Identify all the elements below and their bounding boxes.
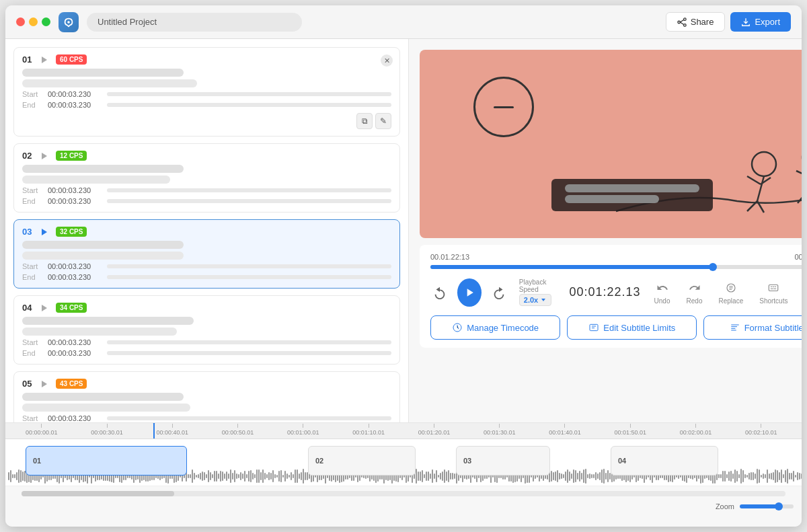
waveform-bar: [254, 474, 256, 479]
project-title-input[interactable]: [87, 13, 302, 32]
text-lines-02: [22, 165, 391, 184]
waveform-bar: [188, 474, 189, 478]
waveform-bar: [555, 471, 556, 481]
waveform-bar: [599, 472, 601, 480]
cps-badge-05: 43 CPS: [56, 379, 87, 389]
waveform-bar: [228, 473, 229, 480]
track-segment-03[interactable]: 03: [456, 446, 550, 476]
waveform-bar: [16, 472, 17, 480]
waveform-bar: [10, 470, 11, 482]
subtitle-item-04[interactable]: 04 34 CPS Start 00:00:03.230 End 00:00:0…: [13, 295, 400, 365]
cps-badge-01: 60 CPS: [56, 54, 87, 65]
sub-play-04[interactable]: [40, 303, 49, 313]
waveform-bar: [724, 471, 726, 482]
waveform-bar: [252, 473, 254, 480]
ruler-mark-8: 00:01:40.01: [549, 424, 581, 436]
sub-num-05: 05: [22, 379, 36, 389]
svg-rect-26: [769, 285, 779, 291]
export-button[interactable]: Export: [730, 12, 791, 32]
undo-tool[interactable]: Undo: [649, 277, 676, 307]
waveform-bar: [589, 473, 590, 479]
svg-point-3: [678, 21, 681, 24]
progress-bar[interactable]: [430, 265, 802, 269]
waveform-bar: [220, 471, 221, 482]
close-item-01[interactable]: ✕: [381, 54, 393, 67]
zoom-control: Zoom: [5, 501, 802, 512]
sub-play-03[interactable]: [40, 227, 49, 237]
time-display: 00.01.22:13 00.01.22:13: [430, 253, 802, 261]
track-segment-04[interactable]: 04: [611, 446, 718, 476]
close-button[interactable]: [16, 17, 25, 26]
sub-action-edit-01[interactable]: ✎: [375, 113, 391, 129]
waveform-bar: [262, 469, 264, 482]
waveform-bar: [587, 474, 588, 478]
waveform-bar: [569, 471, 570, 481]
playhead-triangle: [150, 423, 158, 424]
waveform-bar: [430, 473, 431, 479]
waveform-bar: [212, 474, 213, 478]
play-button[interactable]: [457, 278, 482, 307]
progress-thumb[interactable]: [709, 263, 717, 271]
waveform-bar: [603, 469, 605, 484]
svg-marker-8: [42, 229, 47, 235]
shortcuts-tool[interactable]: Shortcuts: [754, 277, 793, 307]
seg-label-02: 02: [315, 457, 323, 465]
format-subtitles-button[interactable]: Format Subtitles: [703, 315, 802, 340]
waveform-bar: [581, 473, 582, 480]
subtitle-overlay: [551, 179, 713, 211]
subtitle-item-01[interactable]: 01 60 CPS ✕ Start 00:00:03.230 End 00:00…: [13, 47, 400, 137]
waveform-bar: [605, 473, 607, 480]
waveform-bar: [420, 471, 421, 481]
waveform-bar: [305, 472, 306, 481]
edit-subtitle-limits-button[interactable]: Edit Subtitle Limits: [567, 315, 697, 340]
minimize-button[interactable]: [29, 17, 38, 26]
text-lines-03: [22, 241, 391, 260]
waveform-bar: [793, 471, 794, 482]
subtitle-item-05[interactable]: 05 43 CPS Start 00:00:03.230 End 00:00:0…: [13, 371, 400, 422]
waveform-bar: [246, 474, 247, 478]
waveform-bar: [607, 470, 609, 483]
waveform-bar: [240, 472, 241, 480]
speed-badge[interactable]: 2.0x: [519, 294, 551, 306]
playback-speed: Playback Speed 2.0x: [519, 278, 562, 306]
redo-tool[interactable]: Redo: [681, 277, 708, 307]
svg-line-14: [757, 176, 764, 201]
video-player[interactable]: [420, 50, 802, 238]
fast-forward-button[interactable]: [490, 282, 508, 303]
ruler-mark-2: 00:00:40.01: [157, 424, 189, 436]
settings-tool[interactable]: Settings: [798, 277, 802, 307]
rewind-button[interactable]: [430, 282, 449, 303]
track-segment-01[interactable]: 01: [26, 446, 187, 476]
sub-play-01[interactable]: [40, 55, 49, 65]
waveform-bar: [761, 475, 762, 478]
waveform-bar: [757, 469, 758, 484]
waveform-bar: [278, 471, 280, 482]
timeline-tracks[interactable]: 01 02 03 04: [5, 439, 802, 486]
waveform-bar: [565, 471, 566, 481]
waveform-bar: [258, 469, 260, 483]
playhead[interactable]: [153, 423, 155, 439]
waveform-bar: [551, 471, 552, 482]
subtitle-item-03[interactable]: 03 32 CPS Start 00:00:03.230 End 00:00:0…: [13, 219, 400, 289]
waveform-bar: [746, 475, 748, 478]
sub-play-05[interactable]: [40, 379, 49, 389]
subtitle-item-02[interactable]: 02 12 CPS Start 00:00:03.230 End 00:00:0…: [13, 143, 400, 213]
timeline-scroll-thumb[interactable]: [22, 491, 174, 496]
share-button[interactable]: Share: [666, 12, 726, 32]
waveform-bar: [748, 473, 750, 480]
sub-play-02[interactable]: [40, 151, 49, 161]
zoom-thumb[interactable]: [775, 502, 783, 510]
waveform-bar: [583, 469, 584, 484]
track-segment-02[interactable]: 02: [308, 446, 416, 476]
waveform-bar: [242, 473, 243, 479]
subtitle-list[interactable]: 01 60 CPS ✕ Start 00:00:03.230 End 00:00…: [5, 39, 409, 422]
svg-point-1: [683, 17, 686, 20]
zoom-slider[interactable]: [740, 504, 794, 508]
waveform-bar: [734, 469, 736, 482]
maximize-button[interactable]: [42, 17, 50, 26]
waveform-bar: [266, 474, 268, 478]
sub-action-copy-01[interactable]: ⧉: [356, 113, 373, 129]
replace-tool[interactable]: Replace: [714, 277, 749, 307]
manage-timecode-button[interactable]: Manage Timecode: [430, 315, 560, 340]
waveform-bar: [601, 469, 603, 483]
